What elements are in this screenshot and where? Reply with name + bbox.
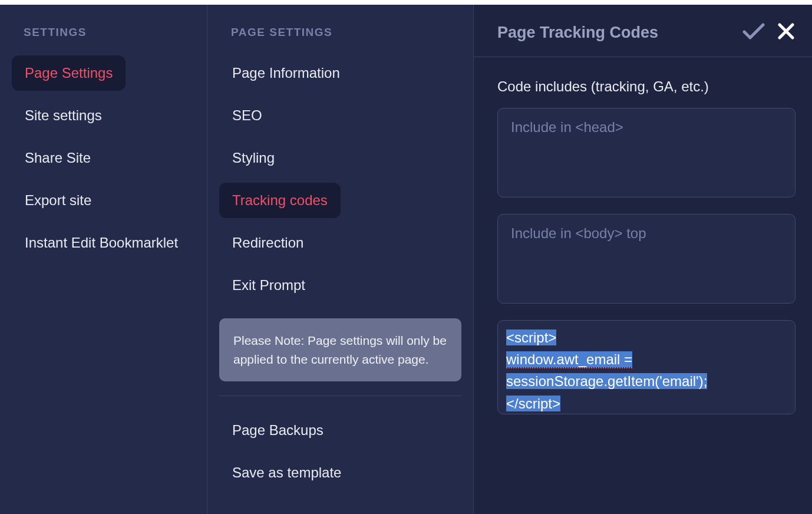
settings-item-3[interactable]: Export site bbox=[12, 183, 104, 218]
page-settings-item-4[interactable]: Redirection bbox=[219, 225, 316, 261]
page-settings-note: Please Note: Page settings will only be … bbox=[219, 318, 461, 381]
panel-header: Page Tracking Codes bbox=[474, 5, 812, 57]
settings-item-2[interactable]: Share Site bbox=[12, 140, 104, 176]
close-icon[interactable] bbox=[778, 23, 794, 42]
divider bbox=[219, 396, 461, 396]
page-settings-bottom-item-1[interactable]: Save as template bbox=[219, 455, 354, 490]
panel-actions bbox=[742, 22, 794, 42]
settings-sidebar: SETTINGS Page SettingsSite settingsShare… bbox=[0, 5, 207, 514]
page-settings-item-1[interactable]: SEO bbox=[219, 98, 275, 133]
settings-item-1[interactable]: Site settings bbox=[12, 98, 115, 133]
page-settings-heading: PAGE SETTINGS bbox=[219, 26, 461, 39]
settings-item-0[interactable]: Page Settings bbox=[12, 55, 126, 91]
tracking-codes-panel: Page Tracking Codes Code includes (track… bbox=[474, 5, 812, 514]
panel-title: Page Tracking Codes bbox=[497, 24, 658, 42]
page-settings-item-5[interactable]: Exit Prompt bbox=[219, 268, 318, 303]
settings-item-4[interactable]: Instant Edit Bookmarklet bbox=[12, 225, 191, 261]
page-settings-item-0[interactable]: Page Information bbox=[219, 55, 353, 91]
page-settings-sidebar: PAGE SETTINGS Page InformationSEOStyling… bbox=[207, 5, 474, 514]
page-settings-item-3[interactable]: Tracking codes bbox=[219, 183, 341, 218]
panel-body: Code includes (tracking, GA, etc.) <scri… bbox=[474, 57, 812, 514]
confirm-icon[interactable] bbox=[742, 22, 765, 42]
page-settings-bottom-item-0[interactable]: Page Backups bbox=[219, 413, 336, 448]
body-code-editor[interactable]: <script>window.awt_email = sessionStorag… bbox=[497, 320, 796, 414]
code-includes-label: Code includes (tracking, GA, etc.) bbox=[497, 78, 796, 95]
page-settings-item-2[interactable]: Styling bbox=[219, 140, 288, 176]
body-top-code-input[interactable] bbox=[497, 214, 796, 304]
settings-heading: SETTINGS bbox=[12, 26, 195, 39]
head-code-input[interactable] bbox=[497, 108, 796, 197]
